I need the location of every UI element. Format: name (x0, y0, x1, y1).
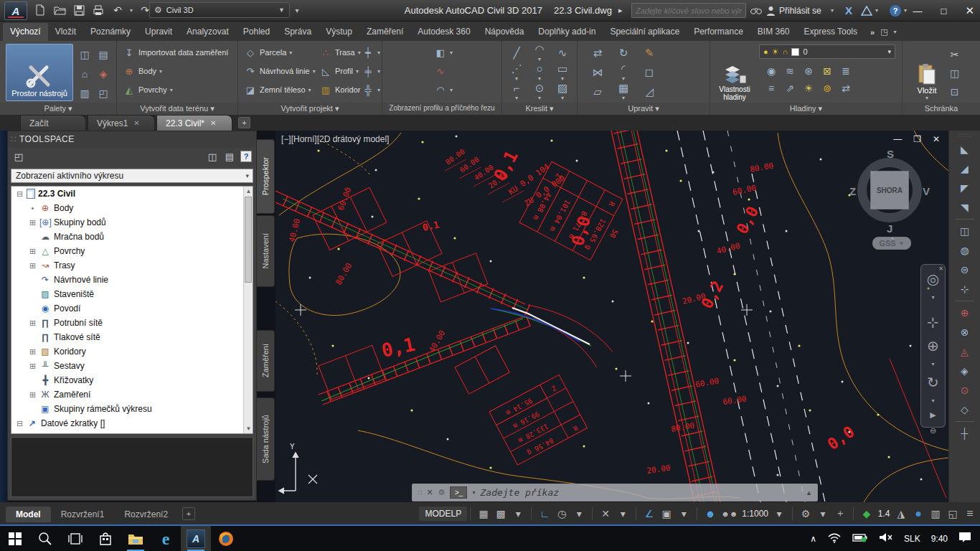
ribbon-display-dropdown-icon[interactable]: ▾ (894, 29, 897, 35)
tab-rozvrzeni2[interactable]: Rozvržení2 (114, 507, 178, 522)
panel-label-palety[interactable]: Palety ▾ (0, 103, 116, 115)
ortho-mode-icon[interactable]: ∟ (537, 506, 552, 522)
move-icon[interactable]: ⇄ (585, 43, 611, 62)
tab-bim360[interactable]: BIM 360 (750, 23, 797, 41)
wifi-icon[interactable] (827, 532, 842, 545)
polar-tracking-icon[interactable]: ◷ (554, 506, 570, 522)
hatch-icon[interactable]: ▨▾ (551, 82, 574, 101)
maximize-button[interactable]: □ (941, 6, 947, 17)
copy-icon[interactable]: ◫ (950, 64, 959, 83)
layer-lock-icon[interactable]: ⊠ (818, 62, 837, 80)
gss-coordinate-system-button[interactable]: GSS▼ (872, 237, 911, 250)
ribbon-display-toggle-icon[interactable]: ◳ (880, 27, 887, 37)
layer-freeze-icon[interactable]: ≋ (781, 62, 799, 80)
isolate-objects-icon[interactable]: ▥ (928, 506, 943, 522)
copy-tool-icon[interactable]: ◫ (956, 223, 974, 239)
tab-sprava[interactable]: Správa (277, 23, 319, 41)
grid-display-icon[interactable]: ▩ (493, 506, 509, 522)
viewport-controls[interactable]: [−][Horní][2D drátový model] (281, 134, 389, 144)
tab-vykres1[interactable]: Výkres1✕ (88, 115, 155, 131)
command-grip[interactable]: ∷ (418, 489, 421, 496)
tree-item-zamereni[interactable]: ⊞ЖZaměření (11, 387, 253, 402)
scale-dropdown-icon[interactable]: ▾ (771, 506, 787, 522)
survey-toolspace-icon[interactable]: ⌂ (76, 65, 93, 83)
layer-combo[interactable]: ● ☀ ∩ 0 ▾ (759, 44, 895, 59)
layer-prev-icon[interactable]: ⇗ (781, 80, 799, 97)
scroll-up-icon[interactable]: ▲ (244, 187, 253, 196)
feature-line-menu-button[interactable]: ↷Návrhová linie▾ (244, 62, 316, 80)
signin-button[interactable]: Přihlásit se (779, 3, 821, 18)
layer-unisolate-icon[interactable]: ≡ (762, 80, 781, 97)
tree-item-koridory[interactable]: ⊞▧Koridory (11, 344, 253, 359)
point-select-icon[interactable]: ⊗ (956, 324, 974, 340)
rectangle-icon[interactable]: ▭▾ (551, 62, 574, 82)
properties-palette-icon[interactable]: ◫ (76, 45, 93, 63)
tree-expander[interactable]: ⊟ (16, 190, 24, 198)
navbar-close-icon[interactable]: ✕ (938, 265, 943, 272)
minimize-button[interactable]: — (913, 6, 923, 17)
orbit-dropdown-icon[interactable]: ▾ (931, 397, 934, 404)
detail-level-value[interactable]: 1.4 (876, 506, 892, 522)
view-selector-combo[interactable]: Zobrazení aktivního výkresu▾ (11, 169, 253, 183)
rotate-icon[interactable]: ↻ (611, 43, 636, 62)
grading-menu-button[interactable]: ◪Zemní těleso▾ (244, 81, 311, 98)
surface-tool-icon[interactable]: ◣ (956, 141, 974, 157)
tree-item-datove-zkratky[interactable]: ⊟↗Datové zkratky [] (11, 416, 253, 430)
tab-autodesk360[interactable]: Autodesk 360 (410, 23, 477, 41)
tab-vychozi[interactable]: Výchozí (3, 23, 48, 41)
command-prompt-icon[interactable]: >_ (450, 486, 467, 499)
edge-button[interactable]: e (151, 526, 181, 551)
battery-icon[interactable] (852, 532, 868, 545)
isodraft-dropdown-icon[interactable]: ▾ (615, 506, 631, 522)
tab-performance[interactable]: Performance (687, 23, 750, 41)
pan-icon[interactable]: ⊹ (927, 314, 939, 331)
match-properties-icon[interactable]: ✎ (636, 43, 662, 62)
alignment-menu-button[interactable]: ∴Trasa▾ (319, 44, 361, 61)
toolspace-titlebar[interactable]: ∷TOOLSPACE (8, 131, 256, 147)
level-of-detail-icon[interactable]: ◆ (859, 506, 875, 522)
scroll-down-icon[interactable]: ▼ (244, 424, 253, 433)
profile-view-button[interactable]: ◧▾ (434, 44, 453, 61)
layer-match-icon[interactable]: ≣ (837, 62, 855, 80)
point-create-icon[interactable]: ⊕ (956, 305, 974, 321)
tab-nastaveni[interactable]: Nastavení (257, 215, 275, 287)
stretch-icon[interactable]: ▱ (585, 82, 611, 101)
grid-corner-icon[interactable]: ┼ (956, 425, 974, 441)
tab-upravit[interactable]: Upravit (138, 23, 179, 41)
panorama-icon[interactable]: ◫ (206, 150, 219, 163)
save-icon[interactable] (72, 2, 86, 18)
taskbar-search-button[interactable] (30, 526, 60, 551)
toolbox-icon[interactable]: ◈ (95, 65, 112, 83)
annotation-scale-value[interactable]: 1:1000 (740, 506, 770, 522)
tab-doplnky[interactable]: Doplňky add-in (531, 23, 603, 41)
tree-item-navrhove-linie[interactable]: ↷Návrhové linie (11, 273, 253, 287)
tree-expander[interactable]: ⊞ (29, 362, 37, 370)
command-line[interactable]: ∷ ✕ ⚙ >_ ▾ Zadejte příkaz ▲ (412, 484, 818, 501)
object-snap-tracking-icon[interactable]: ∠ (641, 506, 657, 522)
surfaces-menu-button[interactable]: ◭Povrchy▾ (123, 81, 173, 98)
layer-isolate-icon[interactable]: ◉ (762, 62, 781, 80)
tree-item-drawing[interactable]: ⊟22.3 Civil (11, 187, 253, 201)
tab-napoveda[interactable]: Nápověda (478, 23, 532, 41)
paste-button[interactable]: Vložit ▾ (910, 44, 944, 101)
ellipse-icon[interactable]: ⊙▾ (528, 82, 551, 101)
undo-dropdown-icon[interactable]: ▾ (130, 7, 133, 14)
tab-vlozit[interactable]: Vložit (48, 23, 83, 41)
help-dropdown-icon[interactable]: ▾ (904, 3, 907, 18)
construction-line-icon[interactable]: ⋰▾ (505, 62, 528, 82)
tree-item-potrubni-site[interactable]: ⊞∏Potrubní sítě (11, 316, 253, 330)
tab-express-tools[interactable]: Express Tools (797, 23, 864, 41)
customization-menu-icon[interactable]: ≡ (962, 506, 978, 522)
tree-item-trasy[interactable]: ⊞↝Trasy (11, 258, 253, 273)
zoom-icon[interactable]: ⊕ (927, 337, 939, 354)
close-tab-icon[interactable]: ✕ (210, 119, 216, 127)
geolocation-tool-icon[interactable]: ⊜ (956, 262, 974, 278)
navbar-collapse-icon[interactable]: ⊖ (930, 426, 936, 435)
line-icon[interactable]: ╱ (505, 43, 528, 62)
zoom-dropdown-icon[interactable]: ▾ (931, 361, 934, 367)
undo-icon[interactable]: ↶ (110, 2, 125, 18)
tab-223-civil[interactable]: 22.3 Civil*✕ (156, 115, 232, 131)
annotation-monitor-icon[interactable]: ＋ (832, 506, 848, 522)
surface-tool-icon[interactable]: ◤ (956, 180, 974, 196)
point-marker-icon[interactable]: ◈ (956, 363, 974, 379)
